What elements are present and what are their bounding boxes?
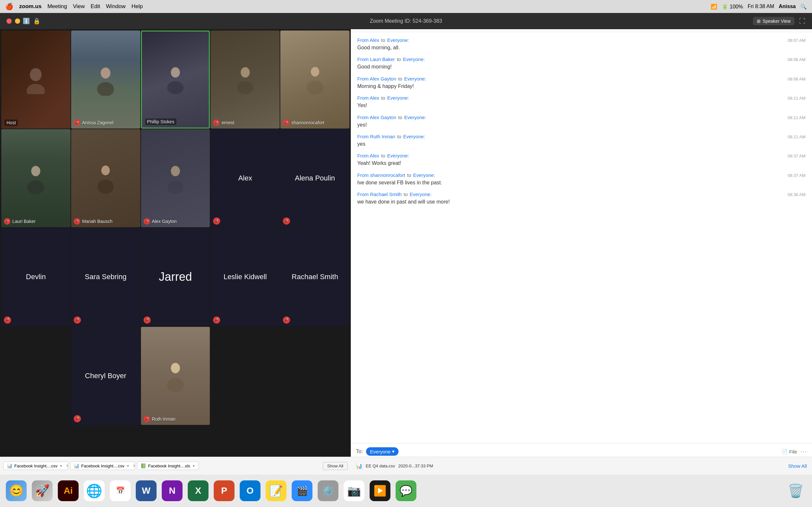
dock-onenote[interactable]: N xyxy=(159,478,185,504)
file-tab-1[interactable]: 📊 Facebook Insight....csv ▼ ✕ xyxy=(3,461,68,470)
svg-point-8 xyxy=(311,67,319,76)
menu-window[interactable]: Window xyxy=(106,3,125,10)
username[interactable]: Anissa xyxy=(779,4,796,9)
menu-view[interactable]: View xyxy=(73,3,85,10)
close-button[interactable] xyxy=(6,18,12,24)
chat-to-row: To: Everyone ▾ 📄 File ⋯ xyxy=(356,447,807,456)
menu-help[interactable]: Help xyxy=(132,3,143,10)
mute-dot-anissa: 🎤 xyxy=(74,119,80,126)
chat-message-0: From Alex to Everyone:08:07 AMGood morni… xyxy=(357,37,806,51)
dock-outlook[interactable]: O xyxy=(237,478,263,504)
tab-close-1[interactable]: ✕ xyxy=(66,463,68,468)
file-button[interactable]: 📄 File xyxy=(781,449,797,454)
dock-finder[interactable]: 😊 xyxy=(3,478,29,504)
participant-name-anissa: Anissa Zagonel xyxy=(82,120,114,125)
dock-photos[interactable]: 📷 xyxy=(341,478,367,504)
more-button[interactable]: ⋯ xyxy=(800,448,807,455)
video-cell-anissa[interactable]: 🎤 Anissa Zagonel xyxy=(71,31,140,128)
video-cell-mariah[interactable]: 🎤 Mariah Bausch xyxy=(71,129,140,227)
video-cell-sara[interactable]: Sara Sebring 🎤 xyxy=(71,228,140,326)
speaker-view-icon: ⊞ xyxy=(757,18,761,24)
chat-meta-6: From Alex to Everyone:08:37 AM xyxy=(357,153,806,158)
participant-name-host: Host xyxy=(5,119,18,126)
meeting-id: Zoom Meeting ID: 524-369-383 xyxy=(370,18,442,24)
video-cell-ruth[interactable]: 🎤 Ruth Inman xyxy=(141,327,210,425)
to-label: To: xyxy=(356,449,363,454)
menu-meeting[interactable]: Meeting xyxy=(47,3,67,10)
notif-file-time: 2020-0...37:33 PM xyxy=(398,463,433,468)
tab-close-2[interactable]: ✕ xyxy=(133,463,135,468)
chat-to-name-4: Everyone: xyxy=(404,115,426,120)
chat-text-7: Ive done several FB lives in the past. xyxy=(357,179,806,186)
svg-point-3 xyxy=(97,82,114,96)
dock-excel[interactable]: X xyxy=(185,478,211,504)
alexg-name-bar: 🎤 Alex Gayton xyxy=(144,218,177,225)
file-tab-name-3: Facebook Insight....xls xyxy=(148,463,190,468)
apple-menu[interactable]: 🍎 xyxy=(5,3,13,10)
menu-edit[interactable]: Edit xyxy=(91,3,100,10)
dock-trash[interactable]: 🗑️ xyxy=(783,478,809,504)
dock-calendar[interactable]: 📅 xyxy=(107,478,133,504)
file-tab-2[interactable]: 📊 Facebook Insight....csv ▼ ✕ xyxy=(70,461,135,470)
tab-caret-2[interactable]: ▼ xyxy=(126,464,130,468)
dock-chrome[interactable]: 🌐 xyxy=(81,478,107,504)
video-grid: Host 🎤 Anissa Zagonel P xyxy=(0,29,351,474)
video-cell-alex[interactable]: Alex 🎤 xyxy=(210,129,280,227)
show-all-button[interactable]: Show All xyxy=(323,462,348,470)
video-cell-alexg[interactable]: 🎤 Alex Gayton xyxy=(141,129,210,227)
video-cell-cheryl[interactable]: Cheryl Boyer 🎤 xyxy=(71,327,140,425)
video-cell-lauri[interactable]: 🎤 Lauri Baker xyxy=(1,129,70,227)
video-cell-shannon[interactable]: 🎤 shannonrocafort xyxy=(280,31,350,128)
mute-icon-alena: 🎤 xyxy=(283,218,290,225)
chat-to-name-1: Everyone: xyxy=(403,56,425,62)
dock-messages[interactable]: 💬 xyxy=(393,478,419,504)
chat-text-3: Yes! xyxy=(357,102,806,109)
video-cell-alena[interactable]: Alena Poulin 🎤 xyxy=(280,129,350,227)
chat-from-8: From Rachael Smith xyxy=(357,191,402,197)
speaker-view-button[interactable]: ⊞ Speaker View xyxy=(753,17,795,25)
dock-zoom[interactable]: 🎬 xyxy=(289,478,315,504)
tab-caret-1[interactable]: ▼ xyxy=(59,464,63,468)
file-tab-3[interactable]: 📗 Facebook Insight....xls ▼ xyxy=(137,461,199,470)
chat-to-name-3: Everyone: xyxy=(387,95,409,101)
video-cell-leslie[interactable]: Leslie Kidwell 🎤 xyxy=(210,228,280,326)
search-icon[interactable]: 🔍 xyxy=(800,4,807,10)
dock-powerpoint[interactable]: P xyxy=(211,478,237,504)
svg-point-17 xyxy=(167,378,184,392)
participant-name-sara: Sara Sebring xyxy=(85,273,126,281)
svg-point-16 xyxy=(171,363,180,373)
dock-launchpad[interactable]: 🚀 xyxy=(29,478,55,504)
chat-time-7: 08:37 AM xyxy=(788,173,806,178)
video-cell-jarred[interactable]: Jarred 🎤 xyxy=(141,228,210,326)
chat-message-6: From Alex to Everyone:08:37 AMYeah! Work… xyxy=(357,153,806,167)
mute-dot-shannon: 🎤 xyxy=(283,119,289,126)
video-cell-host[interactable]: Host xyxy=(1,31,70,128)
chat-to-word-4: to xyxy=(398,115,402,120)
dock-sysprefs[interactable]: ⚙️ xyxy=(315,478,341,504)
dock-stickynotes[interactable]: 📝 xyxy=(263,478,289,504)
participant-name-devlin: Devlin xyxy=(26,273,46,281)
chat-to-word-8: to xyxy=(404,191,408,197)
chat-to-name-8: Everyone: xyxy=(410,191,432,197)
dock-quicktime[interactable]: ▶️ xyxy=(367,478,393,504)
video-cell-phillip[interactable]: Phillip Stokes xyxy=(141,31,210,128)
fullscreen-button[interactable]: ⛶ xyxy=(799,17,806,25)
minimize-button[interactable] xyxy=(15,18,20,24)
app-name[interactable]: zoom.us xyxy=(19,3,42,10)
svg-point-11 xyxy=(27,180,44,194)
chat-to-word-5: to xyxy=(397,134,401,139)
participant-name-alena: Alena Poulin xyxy=(295,174,335,182)
chat-from-6: From Alex xyxy=(357,153,379,158)
chat-to-word-3: to xyxy=(381,95,386,101)
video-cell-ernest[interactable]: 🎤 ernest xyxy=(210,31,280,128)
recipient-badge[interactable]: Everyone ▾ xyxy=(366,447,398,456)
dock-word[interactable]: W xyxy=(133,478,159,504)
dock-illustrator[interactable]: Ai xyxy=(55,478,81,504)
participant-name-cheryl: Cheryl Boyer xyxy=(85,372,126,380)
tab-caret-3[interactable]: ▼ xyxy=(192,464,195,468)
notif-show-all-button[interactable]: Show All xyxy=(788,463,807,469)
video-cell-rachael[interactable]: Rachael Smith 🎤 xyxy=(280,228,350,326)
video-cell-devlin[interactable]: Devlin 🎤 xyxy=(1,228,70,326)
notif-file-icon: 📊 xyxy=(356,463,362,469)
mute-icon-cheryl: 🎤 xyxy=(74,415,81,422)
